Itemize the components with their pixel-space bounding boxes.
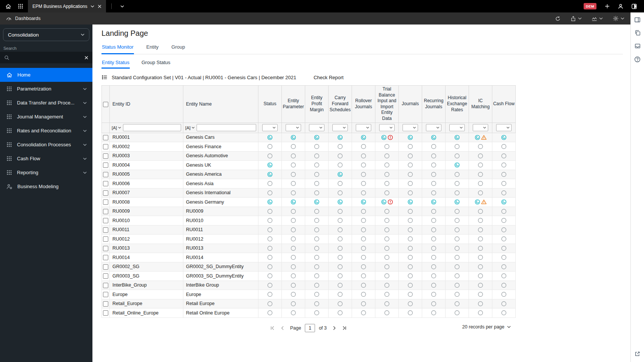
status-empty-icon[interactable]: [407, 282, 413, 288]
status-empty-icon[interactable]: [384, 273, 390, 279]
status-empty-icon[interactable]: [454, 218, 460, 223]
status-empty-icon[interactable]: [361, 153, 366, 159]
row-checkbox[interactable]: [103, 181, 108, 186]
chevron-down-icon[interactable]: [91, 5, 94, 8]
status-error-icon[interactable]: [387, 199, 393, 205]
sidebar-item-rates-and-reconciliation[interactable]: Rates and Reconciliation: [0, 124, 92, 138]
status-empty-icon[interactable]: [478, 162, 483, 168]
status-empty-icon[interactable]: [454, 209, 460, 214]
status-empty-icon[interactable]: [454, 227, 460, 233]
configuration-list-icon[interactable]: [101, 74, 108, 80]
share-button[interactable]: [570, 16, 582, 21]
status-done-icon[interactable]: [290, 199, 296, 205]
sidebar-item-cash-flow[interactable]: Cash Flow: [0, 152, 92, 166]
status-empty-icon[interactable]: [454, 310, 460, 316]
status-empty-icon[interactable]: [454, 181, 460, 186]
status-empty-icon[interactable]: [407, 236, 413, 242]
status-empty-icon[interactable]: [290, 301, 296, 307]
carry-forward-schedules-filter-select[interactable]: [332, 124, 348, 131]
tab-list-chevron-icon[interactable]: [116, 0, 128, 12]
status-empty-icon[interactable]: [314, 236, 320, 242]
status-empty-icon[interactable]: [290, 144, 296, 149]
status-empty-icon[interactable]: [501, 181, 507, 186]
tab-group[interactable]: Group: [171, 41, 185, 54]
status-warning-icon[interactable]: [481, 199, 487, 205]
status-empty-icon[interactable]: [431, 255, 437, 260]
status-done-icon[interactable]: [381, 135, 387, 140]
status-empty-icon[interactable]: [384, 209, 390, 214]
status-done-icon[interactable]: [454, 162, 460, 168]
status-done-icon[interactable]: [337, 172, 343, 177]
journals-filter-select[interactable]: [403, 124, 418, 131]
status-done-icon[interactable]: [267, 162, 273, 168]
select-all-checkbox[interactable]: [103, 102, 108, 107]
status-empty-icon[interactable]: [454, 255, 460, 260]
status-empty-icon[interactable]: [267, 264, 273, 270]
status-empty-icon[interactable]: [407, 291, 413, 297]
status-empty-icon[interactable]: [267, 301, 273, 307]
status-empty-icon[interactable]: [407, 273, 413, 279]
status-empty-icon[interactable]: [431, 264, 437, 270]
status-empty-icon[interactable]: [431, 218, 437, 223]
status-empty-icon[interactable]: [407, 209, 413, 214]
status-empty-icon[interactable]: [478, 209, 483, 214]
status-empty-icon[interactable]: [431, 162, 437, 168]
status-empty-icon[interactable]: [501, 162, 507, 168]
status-empty-icon[interactable]: [337, 144, 343, 149]
status-empty-icon[interactable]: [478, 153, 483, 159]
status-empty-icon[interactable]: [478, 255, 483, 260]
search-input[interactable]: [13, 55, 81, 60]
status-empty-icon[interactable]: [501, 236, 507, 242]
row-checkbox[interactable]: [103, 163, 108, 168]
status-empty-icon[interactable]: [501, 245, 507, 251]
status-done-icon[interactable]: [431, 135, 437, 140]
row-checkbox[interactable]: [103, 218, 108, 223]
row-checkbox[interactable]: [103, 273, 108, 279]
status-empty-icon[interactable]: [384, 264, 390, 270]
sidebar-item-home[interactable]: Home: [0, 68, 92, 82]
status-empty-icon[interactable]: [384, 291, 390, 297]
status-empty-icon[interactable]: [501, 218, 507, 223]
status-empty-icon[interactable]: [384, 227, 390, 233]
status-empty-icon[interactable]: [431, 227, 437, 233]
status-done-icon[interactable]: [290, 135, 296, 140]
status-empty-icon[interactable]: [361, 218, 366, 223]
status-done-icon[interactable]: [501, 135, 507, 140]
row-checkbox[interactable]: [103, 292, 108, 297]
status-empty-icon[interactable]: [431, 273, 437, 279]
status-empty-icon[interactable]: [361, 172, 366, 177]
entity-profit-margin-filter-select[interactable]: [309, 124, 324, 131]
add-icon[interactable]: [601, 0, 613, 12]
status-empty-icon[interactable]: [290, 172, 296, 177]
status-empty-icon[interactable]: [407, 181, 413, 186]
status-empty-icon[interactable]: [478, 190, 483, 196]
status-empty-icon[interactable]: [337, 245, 343, 251]
status-empty-icon[interactable]: [431, 153, 437, 159]
status-empty-icon[interactable]: [454, 301, 460, 307]
clear-search-icon[interactable]: [85, 56, 88, 60]
status-done-icon[interactable]: [314, 199, 320, 205]
status-empty-icon[interactable]: [361, 162, 366, 168]
status-empty-icon[interactable]: [384, 144, 390, 149]
status-empty-icon[interactable]: [290, 209, 296, 214]
status-done-icon[interactable]: [431, 199, 437, 205]
tab-entity[interactable]: Entity: [146, 41, 159, 54]
historical-exchange-rates-filter-select[interactable]: [449, 124, 465, 131]
account-icon[interactable]: [615, 0, 627, 12]
status-empty-icon[interactable]: [290, 218, 296, 223]
status-empty-icon[interactable]: [501, 301, 507, 307]
module-selector[interactable]: Consolidation: [3, 28, 89, 41]
status-empty-icon[interactable]: [267, 255, 273, 260]
row-checkbox[interactable]: [103, 199, 108, 205]
status-empty-icon[interactable]: [267, 227, 273, 233]
status-empty-icon[interactable]: [267, 209, 273, 214]
page-number-input[interactable]: [305, 324, 315, 332]
row-checkbox[interactable]: [103, 246, 108, 251]
status-empty-icon[interactable]: [501, 153, 507, 159]
status-error-icon[interactable]: [387, 135, 393, 140]
rollover-journals-filter-select[interactable]: [356, 124, 371, 131]
status-done-icon[interactable]: [501, 199, 507, 205]
insights-button[interactable]: [592, 16, 603, 21]
status-empty-icon[interactable]: [501, 264, 507, 270]
status-empty-icon[interactable]: [431, 282, 437, 288]
